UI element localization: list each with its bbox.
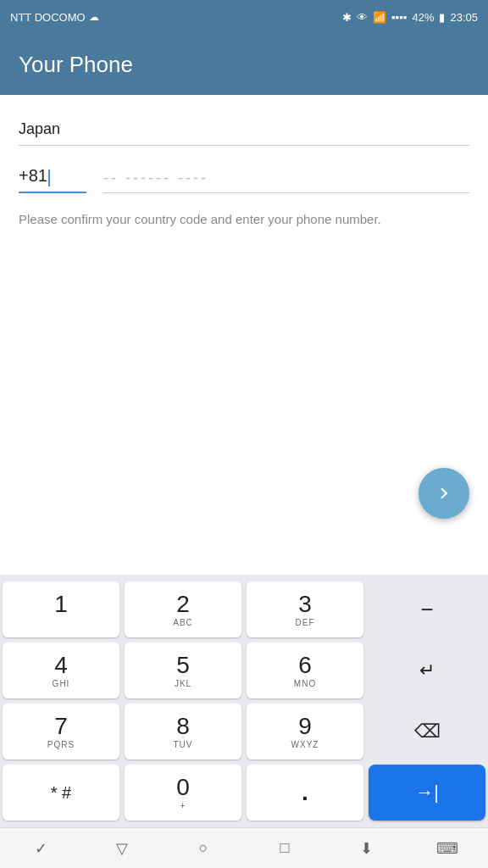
key-4[interactable]: 4 GHI	[3, 643, 119, 698]
nav-check[interactable]: ✓	[0, 828, 81, 868]
app-header: Your Phone	[0, 34, 488, 95]
carrier-name: NTT DOCOMO	[10, 11, 86, 24]
arrow-right-icon	[433, 482, 455, 504]
battery-icon: ▮	[439, 11, 445, 24]
check-icon: ✓	[35, 839, 47, 858]
country-field[interactable]: Japan	[19, 120, 469, 146]
key-6[interactable]: 6 MNO	[247, 643, 363, 698]
keyboard-row-3: 7 PQRS 8 TUV 9 WXYZ ⌫	[0, 702, 488, 761]
nav-home[interactable]: ○	[163, 828, 244, 868]
key-next-blue[interactable]: →|	[369, 765, 485, 821]
country-value: Japan	[19, 120, 60, 137]
key-3[interactable]: 3 DEF	[247, 581, 363, 637]
next-fab-button[interactable]	[419, 468, 469, 519]
key-dash[interactable]: −	[369, 581, 485, 637]
key-1[interactable]: 1	[3, 581, 119, 637]
key-2[interactable]: 2 ABC	[125, 581, 241, 637]
nav-keyboard[interactable]: ⌨	[407, 828, 488, 868]
cloud-icon: ☁	[89, 11, 99, 23]
phone-row: +81 -- ------ ----	[19, 166, 469, 193]
keyboard-row-4: * # 0 + . →|	[0, 763, 488, 822]
status-bar: NTT DOCOMO ☁ ✱ 👁 📶 ▪▪▪▪ 42% ▮ 23:05	[0, 0, 488, 34]
wifi-icon: 📶	[373, 11, 386, 24]
keyboard-row-1: 1 2 ABC 3 DEF −	[0, 580, 488, 639]
back-icon: ▽	[116, 839, 128, 858]
key-5[interactable]: 5 JKL	[125, 643, 241, 698]
keyboard-row-2: 4 GHI 5 JKL 6 MNO ↵	[0, 641, 488, 700]
phone-number-field[interactable]: -- ------ ----	[103, 170, 469, 193]
key-9[interactable]: 9 WXYZ	[247, 704, 363, 760]
signal-icon: ▪▪▪▪	[391, 11, 407, 24]
key-backspace[interactable]: ⌫	[369, 704, 485, 760]
keyboard: 1 2 ABC 3 DEF − 4 GHI 5 JKL 6 MNO ↵	[0, 575, 488, 827]
nav-back[interactable]: ▽	[81, 828, 163, 868]
keyboard-icon: ⌨	[436, 839, 458, 858]
eye-icon: 👁	[357, 11, 368, 24]
key-8[interactable]: 8 TUV	[125, 704, 241, 760]
country-code-value: +81	[19, 166, 47, 185]
download-icon: ⬇	[360, 839, 373, 858]
status-icons: ✱ 👁 📶 ▪▪▪▪ 42% ▮ 23:05	[342, 11, 478, 24]
key-0[interactable]: 0 +	[125, 765, 241, 821]
key-dot[interactable]: .	[247, 765, 363, 821]
carrier-info: NTT DOCOMO ☁	[10, 11, 99, 24]
recents-icon: □	[280, 839, 290, 857]
key-star-hash[interactable]: * #	[3, 765, 119, 821]
nav-download[interactable]: ⬇	[325, 828, 407, 868]
key-enter[interactable]: ↵	[369, 643, 485, 698]
phone-placeholder: -- ------ ----	[103, 170, 208, 186]
clock: 23:05	[450, 11, 478, 24]
key-7[interactable]: 7 PQRS	[3, 704, 119, 760]
text-cursor	[48, 170, 50, 186]
bluetooth-icon: ✱	[342, 11, 352, 24]
home-icon: ○	[199, 839, 208, 857]
main-content: Japan +81 -- ------ ---- Please confirm …	[0, 95, 488, 544]
page-title: Your Phone	[19, 52, 133, 78]
nav-bar: ✓ ▽ ○ □ ⬇ ⌨	[0, 827, 488, 868]
country-code-field[interactable]: +81	[19, 166, 86, 193]
nav-recents[interactable]: □	[244, 828, 325, 868]
help-text: Please confirm your country code and ent…	[19, 210, 469, 230]
battery-percent: 42%	[412, 11, 434, 24]
